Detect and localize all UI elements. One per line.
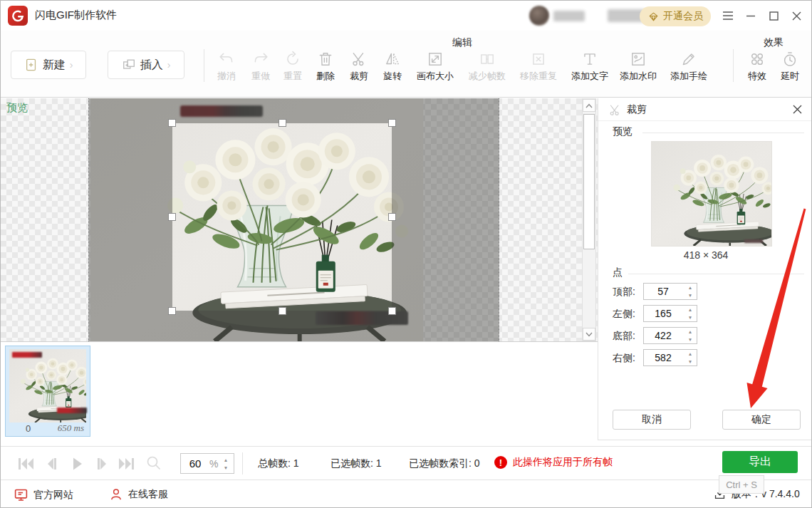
spin-up-icon[interactable]: ▲	[688, 328, 692, 335]
crop-left-input[interactable]	[644, 306, 682, 321]
crop-handle-bottom-left[interactable]	[168, 307, 176, 315]
export-button[interactable]: 导出	[722, 451, 798, 473]
tool-redo: 重做	[245, 51, 276, 83]
tool-add-text[interactable]: 添加文字	[568, 51, 611, 83]
crop-field-left: 左侧: ▲▼	[613, 305, 798, 322]
point-section-label: 点	[613, 266, 628, 279]
selected-frames-value: 1	[376, 457, 382, 469]
crop-handle-bottom[interactable]	[279, 307, 286, 315]
play-icon[interactable]	[68, 455, 86, 472]
first-frame-icon[interactable]	[16, 455, 35, 472]
reset-icon	[284, 51, 301, 68]
crop-size-text: 418 × 364	[598, 249, 812, 261]
crop-handle-top-right[interactable]	[388, 119, 396, 127]
toolbar: 编辑 效果 新建› 插入› 撤消 重做 重置 删除 裁剪	[1, 31, 811, 98]
crop-right-input[interactable]	[644, 350, 682, 366]
preview-scrollbar[interactable]	[582, 98, 596, 341]
crop-top-input[interactable]	[644, 284, 682, 299]
scissors-icon	[350, 51, 368, 68]
ok-button[interactable]: 确定	[722, 410, 801, 430]
crop-panel-title: 裁剪	[627, 103, 647, 116]
crop-handle-bottom-right[interactable]	[388, 307, 396, 315]
spin-down-icon[interactable]: ▼	[224, 465, 228, 471]
warning-icon: !	[494, 456, 507, 469]
title-bar: 闪电GIF制作软件 开通会员	[1, 1, 811, 31]
menu-icon[interactable]	[720, 8, 736, 24]
user-avatar[interactable]	[529, 6, 549, 26]
panel-close-icon[interactable]	[790, 102, 804, 116]
pencil-icon	[680, 51, 697, 68]
preview-label: 预览	[6, 101, 28, 115]
spin-down-icon[interactable]: ▼	[688, 292, 692, 299]
spin-down-icon[interactable]: ▼	[688, 314, 692, 321]
insert-button[interactable]: 插入›	[108, 51, 184, 79]
rose-photo	[652, 142, 771, 246]
effect-group-label: 效果	[752, 36, 795, 49]
tool-crop[interactable]: 裁剪	[343, 51, 375, 83]
frame-delay: 650 ms	[58, 423, 84, 434]
crop-field-bottom: 底部: ▲▼	[613, 327, 798, 344]
official-website-link[interactable]: 官方网站	[14, 487, 73, 502]
spin-up-icon[interactable]: ▲	[688, 306, 692, 313]
spin-down-icon[interactable]: ▼	[688, 358, 692, 365]
scroll-down-icon[interactable]	[583, 328, 595, 341]
zoom-icon	[145, 455, 164, 472]
trash-icon	[317, 51, 334, 68]
section-divider	[642, 133, 804, 133]
effects-icon	[749, 51, 766, 68]
spin-up-icon[interactable]: ▲	[688, 351, 692, 357]
warning-text: 此操作将应用于所有帧	[513, 456, 613, 469]
online-support-link[interactable]: 在线客服	[109, 487, 168, 502]
cancel-button[interactable]: 取消	[613, 410, 691, 430]
crop-handle-right[interactable]	[388, 213, 396, 221]
selected-frames-stat: 已选帧数: 1	[330, 457, 382, 470]
crop-handle-left[interactable]	[168, 213, 176, 221]
close-button[interactable]	[788, 8, 804, 24]
previous-frame-icon[interactable]	[42, 455, 61, 472]
text-icon	[581, 51, 598, 68]
status-bar: 官方网站 在线客服 版本：v 7.4.4.0	[1, 480, 811, 508]
tool-remove-duplicate: 移除重复	[516, 51, 561, 83]
crop-handle-top[interactable]	[279, 119, 286, 127]
canvas-size-icon	[427, 51, 444, 68]
frame-thumbnail-selected[interactable]: 0 650 ms	[5, 346, 90, 437]
new-button-label: 新建	[43, 58, 66, 73]
crop-selection[interactable]	[172, 123, 392, 311]
flip-icon	[384, 51, 401, 68]
tool-effects[interactable]: 特效	[741, 51, 773, 83]
tool-add-watermark[interactable]: 添加水印	[617, 51, 660, 83]
new-button[interactable]: 新建›	[11, 51, 86, 79]
crop-field-top: 顶部: ▲▼	[613, 283, 798, 300]
tool-rotate[interactable]: 旋转	[377, 51, 408, 83]
warning-message: ! 此操作将应用于所有帧	[494, 456, 613, 469]
vip-button[interactable]: 开通会员	[640, 6, 711, 26]
canvas[interactable]	[88, 98, 499, 341]
last-frame-icon[interactable]	[118, 455, 136, 472]
redacted-watermark-mini	[12, 352, 42, 358]
crop-bottom-input[interactable]	[644, 328, 682, 343]
preview-area: 预览	[1, 98, 598, 341]
vip-label: 开通会员	[663, 10, 703, 23]
minimize-button[interactable]	[743, 8, 759, 24]
shortcut-tooltip: Ctrl + S	[719, 475, 764, 494]
tool-delete[interactable]: 删除	[310, 51, 341, 83]
tool-canvas-size[interactable]: 画布大小	[412, 51, 458, 83]
diamond-icon	[647, 11, 660, 23]
spin-up-icon[interactable]: ▲	[688, 284, 692, 291]
next-frame-icon[interactable]	[93, 455, 112, 472]
redo-icon	[252, 51, 269, 68]
zoom-input[interactable]	[182, 454, 208, 473]
maximize-button[interactable]	[766, 8, 781, 24]
crop-preview-thumbnail	[652, 142, 771, 246]
toolbar-divider	[733, 49, 734, 82]
crop-handle-top-left[interactable]	[168, 119, 176, 127]
scrollbar-thumb[interactable]	[583, 114, 595, 249]
tool-undo: 撤消	[211, 51, 242, 83]
spin-up-icon[interactable]: ▲	[224, 457, 228, 463]
tool-add-drawing[interactable]: 添加手绘	[667, 51, 710, 83]
tool-delay[interactable]: 延时	[774, 51, 806, 83]
scroll-up-icon[interactable]	[583, 99, 595, 112]
person-icon	[109, 487, 123, 502]
total-frames-value: 1	[293, 457, 299, 469]
spin-down-icon[interactable]: ▼	[688, 336, 692, 343]
